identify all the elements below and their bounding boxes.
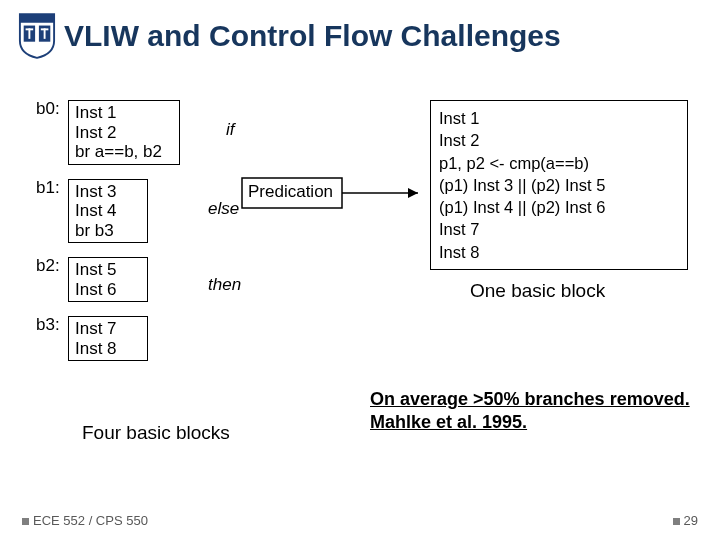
block-label: b1: bbox=[36, 179, 66, 198]
code-line: Inst 6 bbox=[75, 280, 139, 300]
svg-marker-8 bbox=[408, 188, 418, 198]
block-b3: b3: Inst 7 Inst 8 bbox=[36, 316, 336, 361]
svg-rect-5 bbox=[41, 28, 49, 30]
code-line: Inst 8 bbox=[75, 339, 139, 359]
basic-blocks-column: b0: Inst 1 Inst 2 br a==b, b2 if b1: Ins… bbox=[36, 100, 336, 375]
block-label: b2: bbox=[36, 257, 66, 276]
block-b0: b0: Inst 1 Inst 2 br a==b, b2 if bbox=[36, 100, 336, 165]
code-line: Inst 2 bbox=[75, 123, 171, 143]
svg-rect-4 bbox=[26, 28, 34, 30]
code-line: Inst 7 bbox=[75, 319, 139, 339]
predication-label: Predication bbox=[248, 182, 333, 202]
shield-logo-icon bbox=[18, 12, 56, 60]
code-line: br a==b, b2 bbox=[75, 142, 171, 162]
code-line: Inst 4 bbox=[75, 201, 139, 221]
code-line: Inst 7 bbox=[439, 218, 679, 240]
code-line: Inst 5 bbox=[75, 260, 139, 280]
code-line: (p1) Inst 3 || (p2) Inst 5 bbox=[439, 174, 679, 196]
annot-else: else bbox=[208, 199, 239, 219]
slide-footer: ECE 552 / CPS 550 29 bbox=[22, 513, 698, 528]
annot-if: if bbox=[226, 120, 235, 140]
annot-then: then bbox=[208, 275, 241, 295]
slide-header: VLIW and Control Flow Challenges bbox=[0, 0, 720, 68]
caption-four-blocks: Four basic blocks bbox=[82, 422, 230, 444]
code-line: Inst 1 bbox=[75, 103, 171, 123]
code-line: (p1) Inst 4 || (p2) Inst 6 bbox=[439, 196, 679, 218]
block-b2: b2: Inst 5 Inst 6 then bbox=[36, 257, 336, 302]
code-line: br b3 bbox=[75, 221, 139, 241]
bullet-icon bbox=[673, 518, 680, 525]
code-line: Inst 1 bbox=[439, 107, 679, 129]
block-label: b3: bbox=[36, 316, 66, 335]
footer-page: 29 bbox=[673, 513, 698, 528]
course-code: ECE 552 / CPS 550 bbox=[33, 513, 148, 528]
caption-one-block: One basic block bbox=[470, 280, 605, 302]
block-box: Inst 3 Inst 4 br b3 bbox=[68, 179, 148, 244]
bullet-icon bbox=[22, 518, 29, 525]
citation-note: On average >50% branches removed. Mahlke… bbox=[370, 388, 690, 435]
block-box: Inst 5 Inst 6 bbox=[68, 257, 148, 302]
note-line: On average >50% branches removed. bbox=[370, 388, 690, 411]
page-number: 29 bbox=[684, 513, 698, 528]
code-line: Inst 8 bbox=[439, 241, 679, 263]
footer-course: ECE 552 / CPS 550 bbox=[22, 513, 148, 528]
code-line: Inst 2 bbox=[439, 129, 679, 151]
slide-title: VLIW and Control Flow Challenges bbox=[64, 19, 561, 53]
code-line: Inst 3 bbox=[75, 182, 139, 202]
block-box: Inst 1 Inst 2 br a==b, b2 bbox=[68, 100, 180, 165]
block-label: b0: bbox=[36, 100, 66, 119]
note-line: Mahlke et al. 1995. bbox=[370, 411, 690, 434]
predicated-block: Inst 1 Inst 2 p1, p2 <- cmp(a==b) (p1) I… bbox=[430, 100, 688, 270]
block-box: Inst 7 Inst 8 bbox=[68, 316, 148, 361]
code-line: p1, p2 <- cmp(a==b) bbox=[439, 152, 679, 174]
